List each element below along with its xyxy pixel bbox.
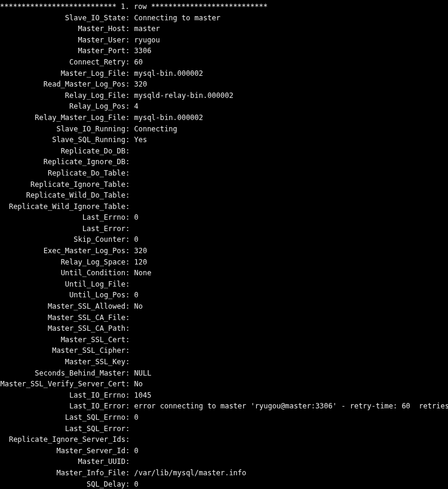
status-value: 1045 bbox=[134, 390, 151, 401]
status-separator: : bbox=[125, 401, 134, 412]
status-row: SQL_Delay: 0 bbox=[0, 479, 448, 489]
status-key: Replicate_Wild_Do_Table bbox=[0, 190, 125, 201]
status-separator: : bbox=[125, 423, 134, 435]
status-row: Relay_Log_File: mysqld-relay-bin.000002 bbox=[0, 90, 448, 102]
status-value: mysqld-relay-bin.000002 bbox=[134, 90, 233, 102]
status-key: Replicate_Do_DB bbox=[0, 146, 125, 157]
status-key: Replicate_Ignore_Server_Ids bbox=[0, 434, 125, 445]
status-separator: : bbox=[125, 13, 134, 24]
status-row: Master_User: ryugou bbox=[0, 35, 448, 46]
status-key: Master_User bbox=[0, 35, 125, 46]
status-row: Master_SSL_CA_Path: bbox=[0, 323, 448, 334]
status-key: Master_SSL_CA_File bbox=[0, 312, 125, 324]
status-key: Seconds_Behind_Master bbox=[0, 368, 125, 379]
row-header: *************************** 1. row *****… bbox=[0, 1, 448, 13]
status-row: Last_Error: bbox=[0, 223, 448, 235]
status-value: 0 bbox=[134, 234, 138, 245]
status-key: Until_Log_File bbox=[0, 279, 125, 290]
status-key: SQL_Delay bbox=[0, 479, 125, 489]
status-separator: : bbox=[125, 412, 134, 423]
status-row: Master_SSL_CA_File: bbox=[0, 312, 448, 324]
status-row: Relay_Master_Log_File: mysql-bin.000002 bbox=[0, 112, 448, 124]
status-separator: : bbox=[125, 234, 134, 245]
status-row: Seconds_Behind_Master: NULL bbox=[0, 368, 448, 379]
status-row: Replicate_Wild_Ignore_Table: bbox=[0, 201, 448, 213]
status-separator: : bbox=[125, 345, 134, 356]
status-separator: : bbox=[125, 245, 134, 257]
status-row: Slave_IO_State: Connecting to master bbox=[0, 13, 448, 24]
status-row: Relay_Log_Pos: 4 bbox=[0, 101, 448, 112]
status-key: Slave_SQL_Running bbox=[0, 134, 125, 146]
status-value: None bbox=[134, 267, 151, 279]
status-separator: : bbox=[125, 190, 134, 201]
status-key: Relay_Log_Space bbox=[0, 257, 125, 268]
status-value: ryugou bbox=[134, 35, 159, 46]
status-value: master bbox=[134, 23, 159, 35]
status-key: Master_Log_File bbox=[0, 68, 125, 79]
status-key: Last_IO_Error bbox=[0, 401, 125, 412]
status-value: 60 bbox=[134, 57, 142, 68]
status-row: Master_SSL_Key: bbox=[0, 356, 448, 368]
status-key: Master_SSL_CA_Path bbox=[0, 323, 125, 334]
status-row: Last_IO_Error: error connecting to maste… bbox=[0, 401, 448, 412]
status-separator: : bbox=[125, 201, 134, 213]
status-value: 320 bbox=[134, 79, 147, 90]
status-value: error connecting to master 'ryugou@maste… bbox=[134, 401, 448, 412]
status-key: Master_SSL_Verify_Server_Cert bbox=[0, 379, 125, 390]
status-row: Connect_Retry: 60 bbox=[0, 57, 448, 68]
status-row: Skip_Counter: 0 bbox=[0, 234, 448, 245]
status-key: Last_Errno bbox=[0, 212, 125, 223]
status-separator: : bbox=[125, 323, 134, 334]
status-key: Last_SQL_Errno bbox=[0, 412, 125, 423]
status-value: 0 bbox=[134, 445, 138, 457]
status-key: Read_Master_Log_Pos bbox=[0, 79, 125, 90]
status-separator: : bbox=[125, 35, 134, 46]
status-separator: : bbox=[125, 68, 134, 79]
status-row: Slave_IO_Running: Connecting bbox=[0, 124, 448, 135]
status-row: Master_Host: master bbox=[0, 23, 448, 35]
status-separator: : bbox=[125, 434, 134, 445]
status-separator: : bbox=[125, 390, 134, 401]
status-row: Master_Server_Id: 0 bbox=[0, 445, 448, 457]
status-separator: : bbox=[125, 356, 134, 368]
status-value: 320 bbox=[134, 245, 147, 257]
status-separator: : bbox=[125, 112, 134, 124]
status-row: Read_Master_Log_Pos: 320 bbox=[0, 79, 448, 90]
status-row: Replicate_Do_DB: bbox=[0, 146, 448, 157]
status-row: Master_Log_File: mysql-bin.000002 bbox=[0, 68, 448, 79]
status-value: mysql-bin.000002 bbox=[134, 112, 203, 124]
status-key: Relay_Log_File bbox=[0, 90, 125, 102]
status-separator: : bbox=[125, 379, 134, 390]
status-separator: : bbox=[125, 156, 134, 168]
status-row: Last_SQL_Error: bbox=[0, 423, 448, 435]
status-key: Master_SSL_Key bbox=[0, 356, 125, 368]
status-key: Slave_IO_State bbox=[0, 13, 125, 24]
status-row: Replicate_Ignore_Server_Ids: bbox=[0, 434, 448, 445]
status-value: 4 bbox=[134, 101, 138, 112]
status-separator: : bbox=[125, 168, 134, 179]
status-separator: : bbox=[125, 101, 134, 112]
status-separator: : bbox=[125, 124, 134, 135]
status-separator: : bbox=[125, 368, 134, 379]
status-value: 0 bbox=[134, 412, 138, 423]
status-separator: : bbox=[125, 90, 134, 102]
terminal-output: *************************** 1. row *****… bbox=[0, 0, 448, 489]
status-key: Master_Info_File bbox=[0, 468, 125, 479]
status-key: Last_IO_Errno bbox=[0, 390, 125, 401]
status-key: Last_SQL_Error bbox=[0, 423, 125, 435]
status-key: Master_SSL_Cipher bbox=[0, 345, 125, 356]
status-key: Master_SSL_Allowed bbox=[0, 301, 125, 312]
status-value: mysql-bin.000002 bbox=[134, 68, 203, 79]
status-row: Until_Condition: None bbox=[0, 267, 448, 279]
status-key: Slave_IO_Running bbox=[0, 124, 125, 135]
status-separator: : bbox=[125, 301, 134, 312]
status-row: Exec_Master_Log_Pos: 320 bbox=[0, 245, 448, 257]
status-separator: : bbox=[125, 23, 134, 35]
status-value: /var/lib/mysql/master.info bbox=[134, 468, 246, 479]
status-key: Connect_Retry bbox=[0, 57, 125, 68]
status-rows: Slave_IO_State: Connecting to masterMast… bbox=[0, 13, 448, 489]
status-value: 0 bbox=[134, 212, 138, 223]
status-separator: : bbox=[125, 279, 134, 290]
status-value: 0 bbox=[134, 290, 138, 301]
status-key: Until_Condition bbox=[0, 267, 125, 279]
